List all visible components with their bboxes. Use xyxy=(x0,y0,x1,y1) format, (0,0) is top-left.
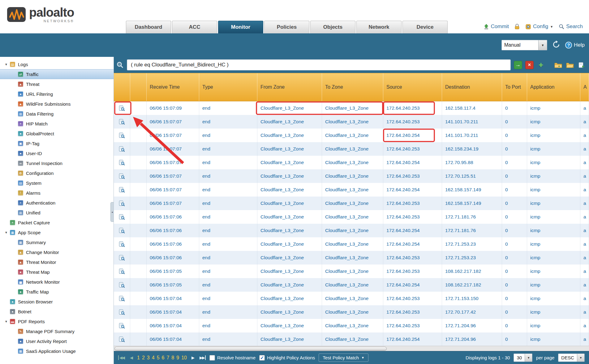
cell-type[interactable]: end xyxy=(199,115,257,129)
cell-from-zone[interactable]: Cloudflare_L3_Zone xyxy=(257,292,322,305)
tab-device[interactable]: Device xyxy=(402,21,448,33)
cell-type[interactable]: end xyxy=(199,265,257,278)
column-header-to-zone[interactable]: To Zone xyxy=(322,73,383,101)
cell-source[interactable]: 172.64.240.254 xyxy=(383,183,442,197)
cell-type[interactable]: end xyxy=(199,101,257,115)
sidebar-item-alarms[interactable]: ! Alarms xyxy=(0,188,114,198)
cell-receive-time[interactable]: 06/06 15:07:07 xyxy=(147,115,199,129)
page-number-4[interactable]: 4 xyxy=(152,355,155,361)
scrollbar-thumb[interactable] xyxy=(114,347,387,351)
sort-order-select[interactable]: DESC ▼ xyxy=(558,353,585,362)
log-detail-button[interactable] xyxy=(114,224,130,237)
cell-type[interactable]: end xyxy=(199,129,257,142)
cell-to-zone[interactable]: Cloudflare_L3_Zone xyxy=(322,305,383,319)
log-detail-button[interactable] xyxy=(114,169,130,183)
cell-destination[interactable]: 108.162.217.182 xyxy=(442,265,502,278)
cell-application[interactable]: icmp xyxy=(527,332,580,346)
sidebar-item-unified[interactable]: ▥ Unified xyxy=(0,208,114,218)
page-number-10[interactable]: 10 xyxy=(181,355,187,361)
cell-action[interactable]: a xyxy=(580,101,589,115)
column-header-application[interactable]: Application xyxy=(527,73,580,101)
log-detail-button[interactable] xyxy=(114,115,130,129)
cell-to-zone[interactable]: Cloudflare_L3_Zone xyxy=(322,292,383,305)
cell-to-port[interactable]: 0 xyxy=(502,224,527,237)
sidebar-item-user-activity-report[interactable]: ● User Activity Report xyxy=(0,336,114,346)
cell-type[interactable]: end xyxy=(199,332,257,346)
sidebar-item-network-monitor[interactable]: ▅ Network Monitor xyxy=(0,277,114,287)
column-header-blank[interactable] xyxy=(130,73,147,101)
cell-from-zone[interactable]: Cloudflare_L3_Zone xyxy=(257,332,322,346)
cell-source[interactable]: 172.64.240.253 xyxy=(383,251,442,265)
cell-to-port[interactable]: 0 xyxy=(502,169,527,183)
cell-type[interactable]: end xyxy=(199,319,257,332)
cell-action[interactable]: a xyxy=(580,156,589,169)
column-header-receive-time[interactable]: Receive Time xyxy=(147,73,199,101)
load-filter-button[interactable] xyxy=(565,61,574,69)
cell-to-port[interactable]: 0 xyxy=(502,101,527,115)
log-detail-button[interactable] xyxy=(114,305,130,319)
cell-receive-time[interactable]: 06/06 15:07:07 xyxy=(147,156,199,169)
column-header-blank[interactable] xyxy=(114,73,130,101)
clear-filter-button[interactable]: × xyxy=(525,61,534,69)
sidebar-item-logs[interactable]: ▼ ▤ Logs xyxy=(0,59,114,69)
cell-source[interactable]: 172.64.240.253 xyxy=(383,142,442,156)
cell-application[interactable]: icmp xyxy=(527,210,580,224)
last-page-button[interactable]: ▶▶ xyxy=(199,355,206,360)
save-filter-button[interactable]: + xyxy=(554,61,562,69)
cell-from-zone[interactable]: Cloudflare_L3_Zone xyxy=(257,278,322,292)
cell-source[interactable]: 172.64.240.253 xyxy=(383,197,442,210)
tab-dashboard[interactable]: Dashboard xyxy=(126,21,171,33)
cell-source[interactable]: 172.64.240.254 xyxy=(383,224,442,237)
cell-source[interactable]: 172.64.240.253 xyxy=(383,265,442,278)
cell-to-zone[interactable]: Cloudflare_L3_Zone xyxy=(322,278,383,292)
cell-to-port[interactable]: 0 xyxy=(502,237,527,251)
cell-source[interactable]: 172.64.240.253 xyxy=(383,292,442,305)
cell-to-port[interactable]: 0 xyxy=(502,332,527,346)
cell-action[interactable]: a xyxy=(580,142,589,156)
cell-to-port[interactable]: 0 xyxy=(502,265,527,278)
sidebar-item-configuration[interactable]: ⚙ Configuration xyxy=(0,168,114,178)
cell-type[interactable]: end xyxy=(199,156,257,169)
filter-query-input[interactable] xyxy=(127,59,511,70)
cell-application[interactable]: icmp xyxy=(527,156,580,169)
cell-source[interactable]: 172.64.240.254 xyxy=(383,156,442,169)
cell-to-port[interactable]: 0 xyxy=(502,183,527,197)
cell-from-zone[interactable]: Cloudflare_L3_Zone xyxy=(257,210,322,224)
tab-policies[interactable]: Policies xyxy=(264,21,309,33)
cell-receive-time[interactable]: 06/06 15:07:04 xyxy=(147,332,199,346)
sidebar-item-url-filtering[interactable]: ● URL Filtering xyxy=(0,89,114,99)
commit-button[interactable]: Commit xyxy=(484,23,509,30)
cell-destination[interactable]: 172.71.253.23 xyxy=(442,237,502,251)
cell-receive-time[interactable]: 06/06 15:07:04 xyxy=(147,319,199,332)
cell-application[interactable]: icmp xyxy=(527,319,580,332)
cell-source[interactable]: 172.64.240.253 xyxy=(383,101,442,115)
cell-action[interactable]: a xyxy=(580,224,589,237)
tab-acc[interactable]: ACC xyxy=(172,21,217,33)
page-number-2[interactable]: 2 xyxy=(142,355,145,361)
previous-page-button[interactable]: ◀ xyxy=(129,355,133,360)
cell-action[interactable]: a xyxy=(580,210,589,224)
cell-from-zone[interactable]: Cloudflare_L3_Zone xyxy=(257,115,322,129)
cell-destination[interactable]: 172.71.153.150 xyxy=(442,292,502,305)
cell-to-port[interactable]: 0 xyxy=(502,156,527,169)
sidebar-item-tunnel-inspection[interactable]: ∞ Tunnel Inspection xyxy=(0,158,114,168)
sidebar-item-manage-pdf-summary[interactable]: ✎ Manage PDF Summary xyxy=(0,326,114,336)
cell-action[interactable]: a xyxy=(580,197,589,210)
cell-destination[interactable]: 172.71.181.76 xyxy=(442,210,502,224)
cell-source[interactable]: 172.64.240.254 xyxy=(383,237,442,251)
cell-receive-time[interactable]: 06/06 15:07:07 xyxy=(147,197,199,210)
cell-type[interactable]: end xyxy=(199,278,257,292)
cell-action[interactable]: a xyxy=(580,265,589,278)
cell-action[interactable]: a xyxy=(580,129,589,142)
cell-destination[interactable]: 162.158.157.149 xyxy=(442,197,502,210)
sidebar-item-user-id[interactable]: ● User-ID xyxy=(0,148,114,158)
log-detail-button[interactable] xyxy=(114,332,130,346)
cell-application[interactable]: icmp xyxy=(527,142,580,156)
cell-from-zone[interactable]: Cloudflare_L3_Zone xyxy=(257,319,322,332)
sidebar-item-wildfire-submissions[interactable]: ▲ WildFire Submissions xyxy=(0,99,114,109)
test-policy-match-button[interactable]: Test Policy Match ▼ xyxy=(319,353,368,362)
cell-application[interactable]: icmp xyxy=(527,278,580,292)
cell-to-zone[interactable]: Cloudflare_L3_Zone xyxy=(322,115,383,129)
sidebar-item-data-filtering[interactable]: ▥ Data Filtering xyxy=(0,109,114,119)
column-header-from-zone[interactable]: From Zone xyxy=(257,73,322,101)
